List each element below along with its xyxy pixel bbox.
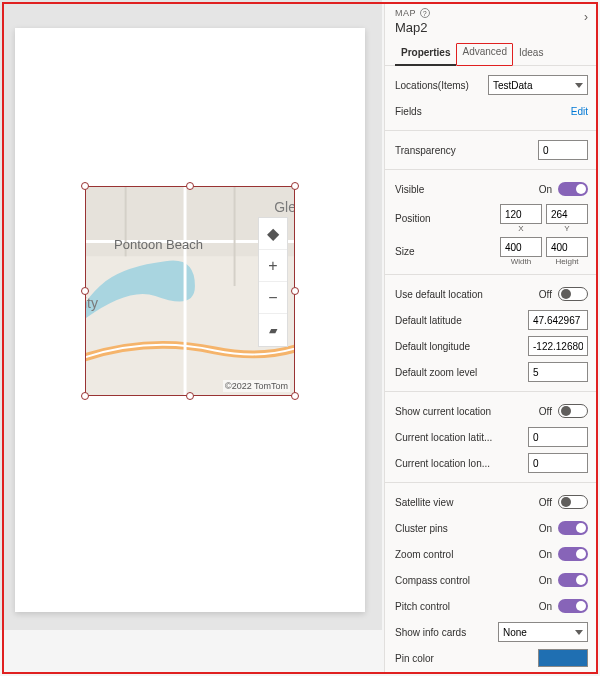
- tab-ideas[interactable]: Ideas: [513, 43, 549, 65]
- satellite-label: Satellite view: [395, 497, 539, 508]
- control-type-label: MAP ?: [395, 8, 588, 18]
- map-place-label: ity: [85, 295, 98, 311]
- show-current-label: Show current location: [395, 406, 539, 417]
- fields-label: Fields: [395, 106, 571, 117]
- default-lon-label: Default longitude: [395, 341, 528, 352]
- panel-tabs: Properties Advanced Ideas: [385, 37, 598, 66]
- position-y-input[interactable]: [546, 204, 588, 224]
- map-compass-button[interactable]: ◆: [259, 218, 287, 250]
- default-zoom-input[interactable]: [528, 362, 588, 382]
- canvas-background: Pontoon Beach ity Gle ©2022 TomTom ◆ + −…: [0, 0, 382, 630]
- size-label: Size: [395, 246, 500, 257]
- map-pitch-button[interactable]: ▰: [259, 314, 287, 346]
- show-current-toggle[interactable]: [558, 404, 588, 418]
- map-zoom-out-button[interactable]: −: [259, 282, 287, 314]
- resize-handle[interactable]: [81, 392, 89, 400]
- use-default-location-toggle[interactable]: [558, 287, 588, 301]
- map-controls: ◆ + − ▰: [258, 217, 288, 347]
- map-attribution: ©2022 TomTom: [223, 380, 290, 392]
- current-lon-label: Current location lon...: [395, 458, 528, 469]
- help-icon[interactable]: ?: [420, 8, 430, 18]
- resize-handle[interactable]: [81, 287, 89, 295]
- control-name[interactable]: Map2: [395, 20, 588, 35]
- visible-toggle[interactable]: [558, 182, 588, 196]
- zoom-ctrl-toggle[interactable]: [558, 547, 588, 561]
- visible-label: Visible: [395, 184, 539, 195]
- default-lon-input[interactable]: [528, 336, 588, 356]
- resize-handle[interactable]: [186, 392, 194, 400]
- size-w-input[interactable]: [500, 237, 542, 257]
- resize-handle[interactable]: [81, 182, 89, 190]
- canvas-paper[interactable]: Pontoon Beach ity Gle ©2022 TomTom ◆ + −…: [15, 28, 365, 612]
- map-place-label: Pontoon Beach: [114, 237, 203, 252]
- tab-properties[interactable]: Properties: [395, 43, 456, 66]
- pitch-ctrl-label: Pitch control: [395, 601, 539, 612]
- map-viewport[interactable]: Pontoon Beach ity Gle ©2022 TomTom ◆ + −…: [85, 186, 295, 396]
- resize-handle[interactable]: [291, 392, 299, 400]
- current-lon-input[interactable]: [528, 453, 588, 473]
- tab-advanced[interactable]: Advanced: [456, 43, 512, 66]
- resize-handle[interactable]: [291, 182, 299, 190]
- info-cards-label: Show info cards: [395, 627, 498, 638]
- map-control-selection[interactable]: Pontoon Beach ity Gle ©2022 TomTom ◆ + −…: [85, 186, 295, 396]
- current-lat-input[interactable]: [528, 427, 588, 447]
- zoom-ctrl-label: Zoom control: [395, 549, 539, 560]
- default-lat-input[interactable]: [528, 310, 588, 330]
- pin-color-swatch[interactable]: [538, 649, 588, 667]
- transparency-input[interactable]: [538, 140, 588, 160]
- default-zoom-label: Default zoom level: [395, 367, 528, 378]
- resize-handle[interactable]: [291, 287, 299, 295]
- transparency-label: Transparency: [395, 145, 538, 156]
- fields-edit-link[interactable]: Edit: [571, 106, 588, 117]
- chevron-right-icon[interactable]: ›: [584, 10, 588, 24]
- use-default-location-label: Use default location: [395, 289, 539, 300]
- size-h-input[interactable]: [546, 237, 588, 257]
- compass-ctrl-label: Compass control: [395, 575, 539, 586]
- compass-ctrl-toggle[interactable]: [558, 573, 588, 587]
- pitch-ctrl-toggle[interactable]: [558, 599, 588, 613]
- satellite-toggle[interactable]: [558, 495, 588, 509]
- resize-handle[interactable]: [186, 182, 194, 190]
- properties-panel: MAP ? › Map2 Properties Advanced Ideas L…: [384, 2, 598, 674]
- locations-label: Locations(Items): [395, 80, 488, 91]
- map-place-label: Gle: [274, 199, 295, 215]
- map-zoom-in-button[interactable]: +: [259, 250, 287, 282]
- default-lat-label: Default latitude: [395, 315, 528, 326]
- position-label: Position: [395, 213, 500, 224]
- locations-select[interactable]: TestData: [488, 75, 588, 95]
- cluster-label: Cluster pins: [395, 523, 539, 534]
- info-cards-select[interactable]: None: [498, 622, 588, 642]
- position-x-input[interactable]: [500, 204, 542, 224]
- cluster-toggle[interactable]: [558, 521, 588, 535]
- current-lat-label: Current location latit...: [395, 432, 528, 443]
- pin-color-label: Pin color: [395, 653, 538, 664]
